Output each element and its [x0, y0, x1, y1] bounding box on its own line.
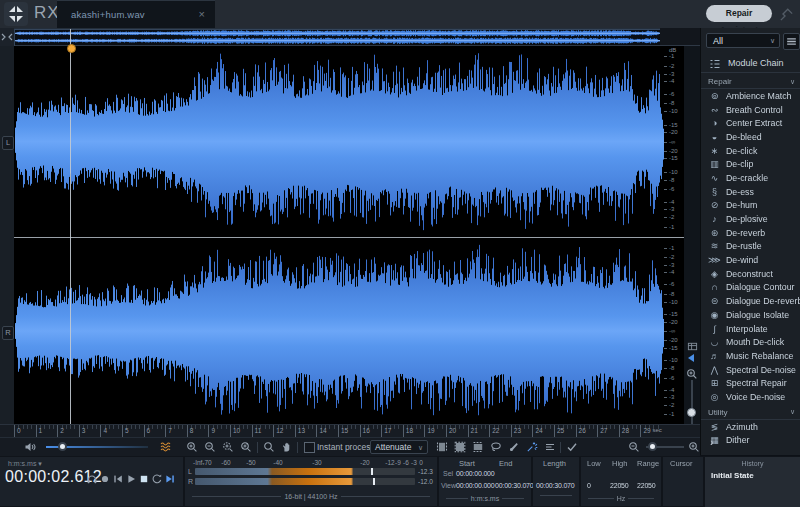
- zoom-selection-icon[interactable]: [222, 441, 234, 453]
- view-start-value[interactable]: 00:00:00.000: [456, 482, 494, 489]
- loop-button[interactable]: [151, 473, 163, 485]
- monitor-volume-icon[interactable]: [24, 441, 36, 453]
- module-item-de-bleed[interactable]: ◒De-bleed: [701, 130, 800, 144]
- waveform-channel-right[interactable]: [14, 238, 664, 424]
- overview-waveform[interactable]: [14, 28, 660, 46]
- section-header-repair[interactable]: Repair∨: [701, 75, 800, 89]
- module-item-mouth-de-click[interactable]: ◡Mouth De-click: [701, 335, 800, 349]
- overview-canvas[interactable]: [14, 29, 660, 45]
- channel-label-left[interactable]: L: [2, 136, 14, 150]
- monitor-icon[interactable]: [86, 473, 98, 485]
- module-label: Interpolate: [726, 324, 768, 334]
- playhead-handle[interactable]: [67, 44, 76, 53]
- playhead-line[interactable]: [70, 46, 71, 424]
- module-item-de-crackle[interactable]: ∿De-crackle: [701, 171, 800, 185]
- zoom-fit-icon[interactable]: [240, 441, 252, 453]
- brush-selection-tool-icon[interactable]: [508, 441, 520, 453]
- flatten-tool-icon[interactable]: [544, 441, 556, 453]
- mouth-de-click-icon: ◡: [708, 337, 721, 347]
- module-item-dialogue-isolate[interactable]: ◉Dialogue Isolate: [701, 308, 800, 322]
- magnify-tool-icon[interactable]: [263, 441, 275, 453]
- module-item-spectral-de-noise[interactable]: ⋀Spectral De-noise: [701, 363, 800, 377]
- module-menu-button[interactable]: [783, 33, 800, 50]
- section-header-utility[interactable]: Utility∨: [701, 406, 800, 420]
- record-button[interactable]: [99, 473, 111, 485]
- waveform-channel-left[interactable]: [14, 46, 664, 237]
- module-item-spectral-repair[interactable]: ⊞Spectral Repair: [701, 376, 800, 390]
- db-tick-label: -10: [669, 299, 678, 305]
- vertical-zoom-slider-knob[interactable]: [687, 408, 696, 417]
- grab-tool-icon[interactable]: [281, 441, 293, 453]
- module-item-de-reverb[interactable]: ⊛De-reverb: [701, 226, 800, 240]
- peak-readout-left[interactable]: -12.3: [418, 468, 433, 475]
- time-ruler[interactable]: 0123456789101112131415161718192021222324…: [0, 424, 700, 437]
- module-item-breath-control[interactable]: ∾Breath Control: [701, 103, 800, 117]
- peak-readout-right[interactable]: -12.0: [418, 478, 433, 485]
- confirm-selection-icon[interactable]: [566, 441, 578, 453]
- spectrogram-blend-icon[interactable]: [160, 441, 172, 453]
- file-tab[interactable]: akashi+hum.wav ×: [57, 0, 215, 29]
- time-selection-tool-icon[interactable]: [436, 441, 448, 453]
- module-item-dither[interactable]: ▦Dither: [701, 434, 800, 448]
- module-item-de-rustle[interactable]: ≋De-rustle: [701, 240, 800, 254]
- process-mode-dropdown[interactable]: Attenuate ∨: [370, 440, 428, 454]
- module-item-deconstruct[interactable]: ◈Deconstruct: [701, 267, 800, 281]
- sel-start-value[interactable]: 00:00:00.000: [456, 470, 494, 477]
- channel-label-right[interactable]: R: [2, 326, 14, 340]
- module-chain-item[interactable]: Module Chain: [701, 54, 800, 73]
- volume-slider-knob[interactable]: [58, 442, 67, 451]
- time-frequency-selection-tool-icon[interactable]: [454, 441, 466, 453]
- module-item-de-ess[interactable]: §De-ess: [701, 185, 800, 199]
- tab-close-icon[interactable]: ×: [199, 8, 205, 20]
- db-tick-label: -1: [669, 224, 674, 230]
- module-item-dialogue-de-reverb[interactable]: ⊜Dialogue De-reverb: [701, 294, 800, 308]
- module-item-de-wind[interactable]: ⋙De-wind: [701, 253, 800, 267]
- module-item-de-clip[interactable]: ▥De-clip: [701, 157, 800, 171]
- module-item-interpolate[interactable]: ∫Interpolate: [701, 322, 800, 336]
- time-unit-label[interactable]: h:m:s.ms: [471, 495, 499, 502]
- horizontal-zoom-slider-knob[interactable]: [648, 442, 657, 451]
- zoom-in-icon[interactable]: [186, 441, 198, 453]
- module-item-azimuth[interactable]: ≶Azimuth: [701, 420, 800, 434]
- scale-arrow-icon[interactable]: [688, 354, 694, 362]
- module-label: Spectral De-noise: [726, 365, 796, 375]
- repair-assistant-button[interactable]: Repair Assistant: [706, 5, 772, 22]
- lasso-selection-tool-icon[interactable]: [490, 441, 502, 453]
- vertical-zoom-slider-track[interactable]: [691, 380, 693, 424]
- module-item-de-hum[interactable]: ⊘De-hum: [701, 199, 800, 213]
- overview-collapse-control[interactable]: [0, 28, 14, 46]
- length-value[interactable]: 00:00:30.070: [536, 482, 574, 489]
- channel-divider[interactable]: [14, 237, 684, 238]
- high-value[interactable]: 22050: [610, 482, 628, 489]
- module-item-de-plosive[interactable]: ♪De-plosive: [701, 212, 800, 226]
- stop-button[interactable]: [138, 473, 150, 485]
- module-item-center-extract[interactable]: ◑Center Extract: [701, 116, 800, 130]
- play-button[interactable]: [125, 473, 137, 485]
- horizontal-zoom-in-icon[interactable]: [688, 441, 700, 453]
- zoom-out-icon[interactable]: [204, 441, 216, 453]
- magic-wand-tool-icon[interactable]: [526, 441, 538, 453]
- low-value[interactable]: 0: [587, 482, 591, 489]
- module-filter-dropdown[interactable]: All ∨: [706, 33, 780, 48]
- go-to-start-button[interactable]: [112, 473, 124, 485]
- module-item-dialogue-contour[interactable]: ∩Dialogue Contour: [701, 281, 800, 295]
- signal-flow-icon[interactable]: [779, 7, 794, 26]
- db-tick-label: -10: [669, 357, 678, 363]
- module-label: Dialogue Contour: [726, 282, 794, 292]
- frequency-selection-tool-icon[interactable]: [472, 441, 484, 453]
- module-item-ambience-match[interactable]: ⊚Ambience Match: [701, 89, 800, 103]
- history-item[interactable]: Initial State: [711, 471, 800, 480]
- instant-process-label[interactable]: Instant process: [317, 442, 375, 452]
- module-item-music-rebalance[interactable]: ♬Music Rebalance: [701, 349, 800, 363]
- module-item-voice-de-noise[interactable]: ◎Voice De-noise: [701, 390, 800, 404]
- horizontal-zoom-out-icon[interactable]: [628, 441, 640, 453]
- play-to-end-button[interactable]: [164, 473, 176, 485]
- module-item-de-click[interactable]: ∗De-click: [701, 144, 800, 158]
- range-value[interactable]: 22050: [637, 482, 655, 489]
- module-label: De-ess: [726, 187, 754, 197]
- view-end-value[interactable]: 00:00:30.070: [495, 482, 533, 489]
- instant-process-checkbox[interactable]: [304, 442, 315, 453]
- time-format-selector[interactable]: h:m:s.ms ▾: [8, 460, 42, 468]
- overview-playhead[interactable]: [70, 29, 71, 45]
- sidebar-expand-arrow[interactable]: ›: [710, 436, 714, 448]
